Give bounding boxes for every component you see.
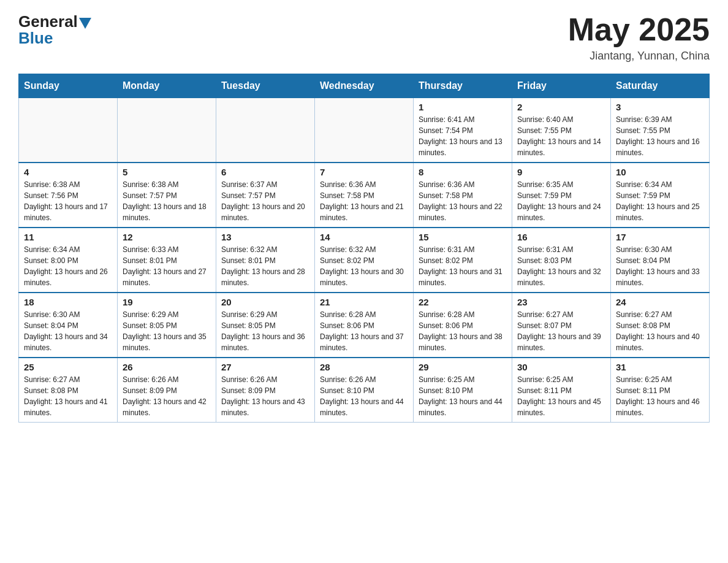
day-info: Sunrise: 6:29 AMSunset: 8:05 PMDaylight:… (221, 309, 309, 353)
calendar-day-cell: 8Sunrise: 6:36 AMSunset: 7:58 PMDaylight… (414, 163, 512, 228)
day-of-week-header: Saturday (611, 74, 710, 98)
day-info: Sunrise: 6:40 AMSunset: 7:55 PMDaylight:… (517, 114, 605, 158)
calendar-week-row: 18Sunrise: 6:30 AMSunset: 8:04 PMDayligh… (19, 293, 710, 358)
day-number: 13 (221, 232, 309, 242)
day-info: Sunrise: 6:34 AMSunset: 7:59 PMDaylight:… (616, 179, 704, 223)
day-info: Sunrise: 6:35 AMSunset: 7:59 PMDaylight:… (517, 179, 605, 223)
day-number: 1 (419, 102, 507, 112)
calendar-day-cell: 22Sunrise: 6:28 AMSunset: 8:06 PMDayligh… (414, 293, 512, 358)
calendar-day-cell (19, 98, 118, 163)
calendar-day-cell: 15Sunrise: 6:31 AMSunset: 8:02 PMDayligh… (414, 228, 512, 293)
day-info: Sunrise: 6:26 AMSunset: 8:10 PMDaylight:… (320, 374, 408, 418)
day-number: 25 (24, 362, 112, 372)
day-info: Sunrise: 6:32 AMSunset: 8:01 PMDaylight:… (221, 244, 309, 288)
day-info: Sunrise: 6:25 AMSunset: 8:10 PMDaylight:… (419, 374, 507, 418)
day-number: 22 (419, 297, 507, 307)
calendar-week-row: 4Sunrise: 6:38 AMSunset: 7:56 PMDaylight… (19, 163, 710, 228)
day-info: Sunrise: 6:27 AMSunset: 8:07 PMDaylight:… (517, 309, 605, 353)
day-info: Sunrise: 6:34 AMSunset: 8:00 PMDaylight:… (24, 244, 112, 288)
day-info: Sunrise: 6:31 AMSunset: 8:03 PMDaylight:… (517, 244, 605, 288)
day-info: Sunrise: 6:38 AMSunset: 7:56 PMDaylight:… (24, 179, 112, 223)
day-info: Sunrise: 6:27 AMSunset: 8:08 PMDaylight:… (616, 309, 704, 353)
day-number: 17 (616, 232, 704, 242)
day-number: 20 (221, 297, 309, 307)
page-header: General Blue May 2025 Jiantang, Yunnan, … (18, 12, 710, 63)
calendar-day-cell (315, 98, 414, 163)
calendar-day-cell: 23Sunrise: 6:27 AMSunset: 8:07 PMDayligh… (512, 293, 611, 358)
day-number: 8 (419, 167, 507, 177)
calendar-week-row: 25Sunrise: 6:27 AMSunset: 8:08 PMDayligh… (19, 358, 710, 423)
calendar-day-cell: 6Sunrise: 6:37 AMSunset: 7:57 PMDaylight… (216, 163, 315, 228)
day-info: Sunrise: 6:36 AMSunset: 7:58 PMDaylight:… (320, 179, 408, 223)
day-info: Sunrise: 6:38 AMSunset: 7:57 PMDaylight:… (123, 179, 211, 223)
calendar-day-cell: 16Sunrise: 6:31 AMSunset: 8:03 PMDayligh… (512, 228, 611, 293)
day-info: Sunrise: 6:39 AMSunset: 7:55 PMDaylight:… (616, 114, 704, 158)
title-section: May 2025 Jiantang, Yunnan, China (568, 12, 710, 63)
calendar-day-cell: 17Sunrise: 6:30 AMSunset: 8:04 PMDayligh… (611, 228, 710, 293)
day-info: Sunrise: 6:33 AMSunset: 8:01 PMDaylight:… (123, 244, 211, 288)
day-number: 28 (320, 362, 408, 372)
day-of-week-header: Friday (512, 74, 611, 98)
day-number: 4 (24, 167, 112, 177)
calendar-table: SundayMondayTuesdayWednesdayThursdayFrid… (18, 74, 710, 423)
calendar-day-cell: 4Sunrise: 6:38 AMSunset: 7:56 PMDaylight… (19, 163, 118, 228)
calendar-day-cell: 5Sunrise: 6:38 AMSunset: 7:57 PMDaylight… (118, 163, 216, 228)
day-number: 15 (419, 232, 507, 242)
calendar-day-cell: 7Sunrise: 6:36 AMSunset: 7:58 PMDaylight… (315, 163, 414, 228)
calendar-day-cell: 27Sunrise: 6:26 AMSunset: 8:09 PMDayligh… (216, 358, 315, 423)
calendar-day-cell: 14Sunrise: 6:32 AMSunset: 8:02 PMDayligh… (315, 228, 414, 293)
calendar-day-cell: 21Sunrise: 6:28 AMSunset: 8:06 PMDayligh… (315, 293, 414, 358)
day-info: Sunrise: 6:25 AMSunset: 8:11 PMDaylight:… (517, 374, 605, 418)
logo: General Blue (18, 12, 91, 48)
calendar-day-cell: 30Sunrise: 6:25 AMSunset: 8:11 PMDayligh… (512, 358, 611, 423)
logo-blue-text: Blue (18, 29, 53, 48)
day-number: 9 (517, 167, 605, 177)
day-info: Sunrise: 6:31 AMSunset: 8:02 PMDaylight:… (419, 244, 507, 288)
calendar-day-cell: 28Sunrise: 6:26 AMSunset: 8:10 PMDayligh… (315, 358, 414, 423)
calendar-header-row: SundayMondayTuesdayWednesdayThursdayFrid… (19, 74, 710, 98)
day-number: 16 (517, 232, 605, 242)
calendar-day-cell (216, 98, 315, 163)
month-title: May 2025 (568, 12, 710, 47)
calendar-day-cell: 29Sunrise: 6:25 AMSunset: 8:10 PMDayligh… (414, 358, 512, 423)
day-number: 26 (123, 362, 211, 372)
calendar-day-cell: 3Sunrise: 6:39 AMSunset: 7:55 PMDaylight… (611, 98, 710, 163)
calendar-week-row: 1Sunrise: 6:41 AMSunset: 7:54 PMDaylight… (19, 98, 710, 163)
day-info: Sunrise: 6:26 AMSunset: 8:09 PMDaylight:… (221, 374, 309, 418)
calendar-day-cell: 12Sunrise: 6:33 AMSunset: 8:01 PMDayligh… (118, 228, 216, 293)
calendar-day-cell: 2Sunrise: 6:40 AMSunset: 7:55 PMDaylight… (512, 98, 611, 163)
day-info: Sunrise: 6:36 AMSunset: 7:58 PMDaylight:… (419, 179, 507, 223)
calendar-day-cell: 11Sunrise: 6:34 AMSunset: 8:00 PMDayligh… (19, 228, 118, 293)
calendar-day-cell: 18Sunrise: 6:30 AMSunset: 8:04 PMDayligh… (19, 293, 118, 358)
calendar-day-cell: 13Sunrise: 6:32 AMSunset: 8:01 PMDayligh… (216, 228, 315, 293)
day-number: 11 (24, 232, 112, 242)
day-number: 7 (320, 167, 408, 177)
calendar-day-cell: 20Sunrise: 6:29 AMSunset: 8:05 PMDayligh… (216, 293, 315, 358)
day-number: 3 (616, 102, 704, 112)
day-info: Sunrise: 6:30 AMSunset: 8:04 PMDaylight:… (24, 309, 112, 353)
day-info: Sunrise: 6:29 AMSunset: 8:05 PMDaylight:… (123, 309, 211, 353)
day-number: 18 (24, 297, 112, 307)
day-info: Sunrise: 6:37 AMSunset: 7:57 PMDaylight:… (221, 179, 309, 223)
day-of-week-header: Tuesday (216, 74, 315, 98)
day-number: 5 (123, 167, 211, 177)
day-of-week-header: Thursday (414, 74, 512, 98)
calendar-day-cell: 1Sunrise: 6:41 AMSunset: 7:54 PMDaylight… (414, 98, 512, 163)
calendar-day-cell: 24Sunrise: 6:27 AMSunset: 8:08 PMDayligh… (611, 293, 710, 358)
calendar-day-cell: 26Sunrise: 6:26 AMSunset: 8:09 PMDayligh… (118, 358, 216, 423)
day-of-week-header: Sunday (19, 74, 118, 98)
calendar-week-row: 11Sunrise: 6:34 AMSunset: 8:00 PMDayligh… (19, 228, 710, 293)
day-number: 14 (320, 232, 408, 242)
day-info: Sunrise: 6:28 AMSunset: 8:06 PMDaylight:… (320, 309, 408, 353)
day-number: 23 (517, 297, 605, 307)
logo-triangle-icon (79, 18, 91, 29)
day-number: 21 (320, 297, 408, 307)
day-number: 6 (221, 167, 309, 177)
calendar-day-cell: 19Sunrise: 6:29 AMSunset: 8:05 PMDayligh… (118, 293, 216, 358)
day-of-week-header: Wednesday (315, 74, 414, 98)
location-text: Jiantang, Yunnan, China (568, 50, 710, 63)
day-number: 24 (616, 297, 704, 307)
day-number: 19 (123, 297, 211, 307)
day-info: Sunrise: 6:28 AMSunset: 8:06 PMDaylight:… (419, 309, 507, 353)
day-info: Sunrise: 6:26 AMSunset: 8:09 PMDaylight:… (123, 374, 211, 418)
